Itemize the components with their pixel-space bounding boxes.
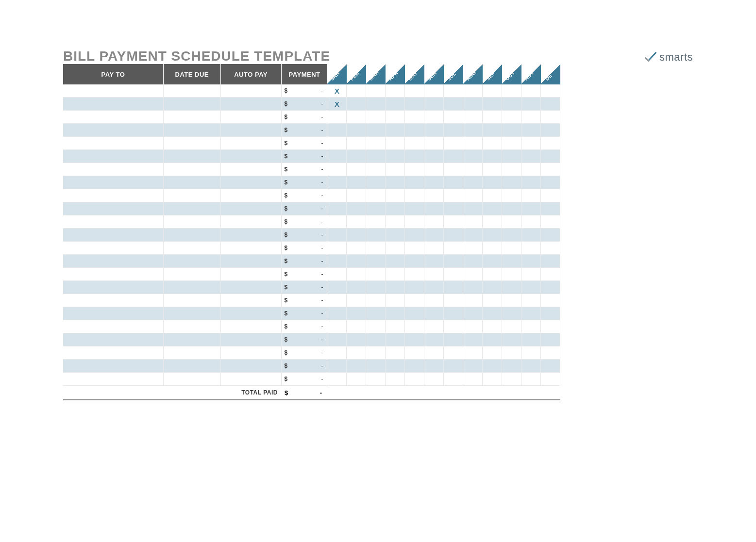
cell-month-mar[interactable] bbox=[366, 373, 386, 385]
cell-month-mar[interactable] bbox=[366, 281, 386, 294]
cell-month-may[interactable] bbox=[405, 373, 424, 385]
cell-month-aug[interactable] bbox=[463, 268, 483, 280]
cell-month-nov[interactable] bbox=[521, 307, 541, 320]
cell-month-mar[interactable] bbox=[366, 333, 386, 346]
cell-month-nov[interactable] bbox=[521, 333, 541, 346]
cell-month-jul[interactable] bbox=[444, 84, 463, 97]
cell-month-jan[interactable] bbox=[327, 294, 347, 307]
cell-month-may[interactable] bbox=[405, 150, 424, 163]
cell-date-due[interactable] bbox=[164, 176, 221, 189]
cell-month-jun[interactable] bbox=[424, 242, 444, 254]
cell-month-jul[interactable] bbox=[444, 333, 463, 346]
cell-month-jun[interactable] bbox=[424, 333, 444, 346]
cell-pay-to[interactable] bbox=[63, 98, 164, 110]
cell-month-aug[interactable] bbox=[463, 84, 483, 97]
cell-month-sep[interactable] bbox=[483, 255, 502, 267]
cell-month-mar[interactable] bbox=[366, 360, 386, 372]
cell-auto-pay[interactable] bbox=[221, 202, 282, 215]
cell-month-apr[interactable] bbox=[386, 124, 405, 136]
cell-month-apr[interactable] bbox=[386, 242, 405, 254]
cell-month-aug[interactable] bbox=[463, 333, 483, 346]
cell-month-oct[interactable] bbox=[502, 294, 521, 307]
cell-month-mar[interactable] bbox=[366, 111, 386, 123]
cell-payment[interactable]: $- bbox=[282, 202, 328, 215]
cell-month-jan[interactable] bbox=[327, 215, 347, 228]
cell-month-oct[interactable] bbox=[502, 268, 521, 280]
cell-month-nov[interactable] bbox=[521, 268, 541, 280]
cell-month-de[interactable] bbox=[541, 137, 560, 149]
cell-month-de[interactable] bbox=[541, 150, 560, 163]
cell-payment[interactable]: $- bbox=[282, 255, 328, 267]
cell-month-sep[interactable] bbox=[483, 360, 502, 372]
cell-month-jan[interactable]: X bbox=[327, 98, 347, 110]
cell-month-aug[interactable] bbox=[463, 124, 483, 136]
cell-month-oct[interactable] bbox=[502, 255, 521, 267]
cell-month-feb[interactable] bbox=[347, 137, 366, 149]
cell-month-aug[interactable] bbox=[463, 281, 483, 294]
cell-auto-pay[interactable] bbox=[221, 189, 282, 202]
cell-payment[interactable]: $- bbox=[282, 137, 328, 149]
cell-pay-to[interactable] bbox=[63, 229, 164, 241]
cell-payment[interactable]: $- bbox=[282, 360, 328, 372]
cell-date-due[interactable] bbox=[164, 202, 221, 215]
cell-month-mar[interactable] bbox=[366, 202, 386, 215]
cell-month-de[interactable] bbox=[541, 333, 560, 346]
cell-month-nov[interactable] bbox=[521, 346, 541, 359]
cell-month-jun[interactable] bbox=[424, 320, 444, 333]
cell-month-jul[interactable] bbox=[444, 189, 463, 202]
cell-month-aug[interactable] bbox=[463, 255, 483, 267]
cell-month-oct[interactable] bbox=[502, 124, 521, 136]
cell-month-mar[interactable] bbox=[366, 215, 386, 228]
cell-month-aug[interactable] bbox=[463, 163, 483, 176]
cell-month-mar[interactable] bbox=[366, 98, 386, 110]
cell-month-sep[interactable] bbox=[483, 268, 502, 280]
cell-month-oct[interactable] bbox=[502, 163, 521, 176]
cell-month-apr[interactable] bbox=[386, 307, 405, 320]
cell-month-jul[interactable] bbox=[444, 242, 463, 254]
cell-date-due[interactable] bbox=[164, 255, 221, 267]
cell-auto-pay[interactable] bbox=[221, 229, 282, 241]
cell-month-mar[interactable] bbox=[366, 189, 386, 202]
cell-payment[interactable]: $- bbox=[282, 281, 328, 294]
cell-month-sep[interactable] bbox=[483, 98, 502, 110]
cell-month-oct[interactable] bbox=[502, 346, 521, 359]
cell-month-de[interactable] bbox=[541, 294, 560, 307]
cell-month-mar[interactable] bbox=[366, 294, 386, 307]
cell-date-due[interactable] bbox=[164, 98, 221, 110]
cell-auto-pay[interactable] bbox=[221, 281, 282, 294]
cell-month-jun[interactable] bbox=[424, 176, 444, 189]
cell-date-due[interactable] bbox=[164, 242, 221, 254]
cell-month-feb[interactable] bbox=[347, 242, 366, 254]
cell-auto-pay[interactable] bbox=[221, 346, 282, 359]
cell-month-may[interactable] bbox=[405, 294, 424, 307]
cell-month-may[interactable] bbox=[405, 163, 424, 176]
cell-month-may[interactable] bbox=[405, 202, 424, 215]
cell-month-jun[interactable] bbox=[424, 255, 444, 267]
cell-month-de[interactable] bbox=[541, 346, 560, 359]
cell-month-feb[interactable] bbox=[347, 281, 366, 294]
cell-month-may[interactable] bbox=[405, 124, 424, 136]
cell-month-nov[interactable] bbox=[521, 281, 541, 294]
cell-month-feb[interactable] bbox=[347, 84, 366, 97]
cell-date-due[interactable] bbox=[164, 360, 221, 372]
cell-month-feb[interactable] bbox=[347, 111, 366, 123]
cell-auto-pay[interactable] bbox=[221, 137, 282, 149]
cell-month-mar[interactable] bbox=[366, 150, 386, 163]
cell-pay-to[interactable] bbox=[63, 189, 164, 202]
cell-pay-to[interactable] bbox=[63, 307, 164, 320]
cell-month-aug[interactable] bbox=[463, 202, 483, 215]
cell-month-apr[interactable] bbox=[386, 176, 405, 189]
cell-month-feb[interactable] bbox=[347, 163, 366, 176]
cell-month-de[interactable] bbox=[541, 189, 560, 202]
cell-month-oct[interactable] bbox=[502, 84, 521, 97]
cell-pay-to[interactable] bbox=[63, 124, 164, 136]
cell-month-mar[interactable] bbox=[366, 255, 386, 267]
cell-auto-pay[interactable] bbox=[221, 150, 282, 163]
cell-month-aug[interactable] bbox=[463, 320, 483, 333]
cell-month-de[interactable] bbox=[541, 373, 560, 385]
cell-auto-pay[interactable] bbox=[221, 98, 282, 110]
cell-payment[interactable]: $- bbox=[282, 189, 328, 202]
cell-payment[interactable]: $- bbox=[282, 84, 328, 97]
cell-date-due[interactable] bbox=[164, 84, 221, 97]
cell-month-jul[interactable] bbox=[444, 215, 463, 228]
